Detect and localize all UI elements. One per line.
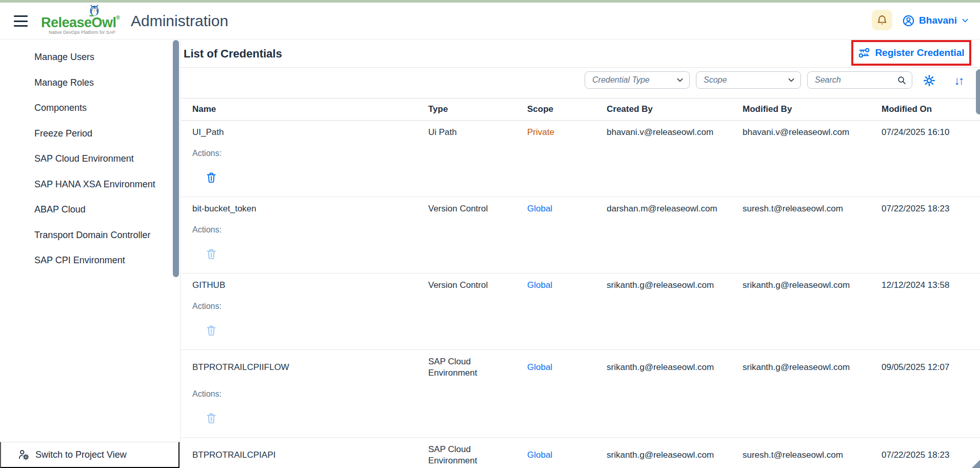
modified-by: srikanth.g@releaseowl.com bbox=[743, 280, 882, 291]
scope-badge: Global bbox=[527, 362, 607, 373]
delete-credential-button[interactable] bbox=[205, 412, 217, 424]
credential-name: UI_Path bbox=[192, 127, 428, 138]
scope-select[interactable]: Scope bbox=[696, 71, 801, 89]
table-header-row: Name Type Scope Created By Modified By M… bbox=[181, 98, 980, 121]
credential-name: BTPROTRAILCPIAPI bbox=[192, 450, 428, 461]
created-by: bhavani.v@releaseowl.com bbox=[607, 127, 743, 138]
table-row: GITHUB Version Control Global srikanth.g… bbox=[181, 274, 980, 350]
search-icon[interactable] bbox=[897, 75, 907, 85]
bell-icon bbox=[876, 14, 888, 26]
credential-type-select[interactable]: Credential Type bbox=[585, 71, 690, 89]
column-header-name: Name bbox=[192, 104, 428, 114]
sidebar-item-transport-domain-controller[interactable]: Transport Domain Controller bbox=[6, 223, 166, 248]
delete-credential-button[interactable] bbox=[205, 248, 217, 260]
double-key-icon bbox=[858, 47, 870, 59]
trash-icon bbox=[205, 324, 217, 337]
page-title: Administration bbox=[131, 3, 228, 40]
actions-label: Actions: bbox=[192, 148, 980, 158]
sidebar: Projects User Management Manage Users Ma… bbox=[0, 40, 181, 468]
modified-on: 07/22/2025 18:23 bbox=[882, 203, 980, 215]
modified-on: 12/12/2024 13:58 bbox=[882, 280, 980, 291]
actions-label: Actions: bbox=[192, 225, 980, 235]
content-scrollbar-thumb[interactable] bbox=[976, 69, 980, 114]
trash-icon bbox=[205, 412, 217, 424]
modified-by: srikanth.g@releaseowl.com bbox=[743, 362, 882, 373]
modified-by: suresh.t@releaseowl.com bbox=[743, 203, 882, 215]
column-header-modified-on: Modified On bbox=[882, 104, 980, 114]
brand-wordmark: ReleaseOwl® bbox=[41, 15, 119, 31]
list-title: List of Credentials bbox=[184, 40, 282, 68]
modified-on: 07/22/2025 18:23 bbox=[882, 450, 980, 461]
app-window: ReleaseOwl® Native DevOps Platform for S… bbox=[0, 0, 980, 468]
search-field bbox=[807, 71, 912, 89]
content-titlebar: List of Credentials Register Credential bbox=[181, 40, 980, 68]
trash-icon bbox=[205, 171, 217, 184]
column-header-scope: Scope bbox=[527, 104, 607, 114]
register-credential-button[interactable]: Register Credential bbox=[858, 47, 964, 59]
hamburger-icon bbox=[14, 15, 28, 17]
sidebar-item-components[interactable]: Components bbox=[6, 95, 166, 121]
sidebar-item-manage-roles[interactable]: Manage Roles bbox=[6, 70, 166, 96]
sidebar-item-sap-hana-xsa-environment[interactable]: SAP HANA XSA Environment bbox=[6, 172, 166, 198]
menu-toggle-button[interactable] bbox=[14, 15, 28, 27]
user-menu[interactable]: Bhavani bbox=[902, 13, 969, 28]
modified-on: 09/05/2025 12:07 bbox=[882, 362, 980, 373]
sidebar-item-abap-cloud[interactable]: ABAP Cloud bbox=[6, 197, 166, 223]
credential-type: Ui Path bbox=[428, 127, 527, 138]
sidebar-item-freeze-period[interactable]: Freeze Period bbox=[6, 121, 166, 147]
scope-badge: Global bbox=[527, 203, 607, 215]
scope-badge: Private bbox=[527, 127, 607, 138]
switch-to-project-view-button[interactable]: Switch to Project View bbox=[0, 442, 179, 468]
chevron-down-icon bbox=[787, 76, 795, 84]
column-header-type: Type bbox=[428, 104, 527, 114]
notifications-button[interactable] bbox=[872, 10, 892, 30]
releaseowl-logo: ReleaseOwl® Native DevOps Platform for S… bbox=[41, 3, 123, 40]
filter-toolbar: Credential Type Scope ↓↑ bbox=[181, 68, 980, 98]
sidebar-scrollbar-thumb[interactable] bbox=[173, 40, 179, 277]
credential-type: SAP Cloud Environment bbox=[428, 356, 527, 379]
person-circle-icon bbox=[902, 14, 915, 27]
sidebar-nav: Projects User Management Manage Users Ma… bbox=[0, 40, 180, 274]
sidebar-item-manage-users[interactable]: Manage Users bbox=[6, 45, 166, 70]
sort-button[interactable]: ↓↑ bbox=[951, 73, 966, 88]
app-header: ReleaseOwl® Native DevOps Platform for S… bbox=[0, 3, 980, 40]
credential-type: Version Control bbox=[428, 203, 527, 215]
table-row: UI_Path Ui Path Private bhavani.v@releas… bbox=[181, 121, 980, 197]
scope-badge: Global bbox=[527, 280, 607, 291]
actions-label: Actions: bbox=[192, 301, 980, 311]
trash-icon bbox=[205, 248, 217, 260]
modified-on: 07/24/2025 16:10 bbox=[882, 127, 980, 138]
chevron-down-icon bbox=[676, 76, 684, 84]
created-by: darshan.m@releaseowl.com bbox=[607, 203, 743, 215]
credential-name: bit-bucket_token bbox=[192, 203, 428, 215]
actions-label: Actions: bbox=[192, 389, 980, 399]
created-by: srikanth.g@releaseowl.com bbox=[607, 362, 743, 373]
table-row: BTPROTRAILCPIAPI SAP Cloud Environment G… bbox=[181, 438, 980, 468]
created-by: srikanth.g@releaseowl.com bbox=[607, 450, 743, 461]
table-settings-button[interactable] bbox=[923, 73, 937, 88]
credential-type: Version Control bbox=[428, 280, 527, 291]
brand-tagline: Native DevOps Platform for SAP bbox=[41, 30, 123, 35]
resize-grip bbox=[972, 460, 980, 468]
created-by: srikanth.g@releaseowl.com bbox=[607, 280, 743, 291]
person-gear-icon bbox=[18, 449, 29, 460]
column-header-modified-by: Modified By bbox=[743, 104, 882, 114]
modified-by: bhavani.v@releaseowl.com bbox=[743, 127, 882, 138]
modified-by: suresh.t@releaseowl.com bbox=[743, 450, 882, 461]
sort-arrows-icon: ↓↑ bbox=[954, 74, 963, 87]
column-header-created-by: Created By bbox=[607, 104, 743, 114]
user-name: Bhavani bbox=[919, 15, 957, 26]
sidebar-item-sap-cpi-environment[interactable]: SAP CPI Environment bbox=[6, 248, 166, 274]
credential-type: SAP Cloud Environment bbox=[428, 444, 527, 466]
delete-credential-button[interactable] bbox=[205, 324, 217, 337]
credential-name: GITHUB bbox=[192, 280, 428, 291]
search-input[interactable] bbox=[815, 75, 897, 85]
gear-icon bbox=[923, 74, 936, 87]
table-row: BTPROTRAILCPIIFLOW SAP Cloud Environment… bbox=[181, 350, 980, 438]
delete-credential-button[interactable] bbox=[205, 171, 217, 184]
table-row: bit-bucket_token Version Control Global … bbox=[181, 197, 980, 274]
main-content: List of Credentials Register Credential … bbox=[181, 40, 980, 468]
credential-name: BTPROTRAILCPIIFLOW bbox=[192, 362, 428, 373]
scope-badge: Global bbox=[527, 450, 607, 461]
sidebar-item-sap-cloud-environment[interactable]: SAP Cloud Environment bbox=[6, 146, 166, 172]
